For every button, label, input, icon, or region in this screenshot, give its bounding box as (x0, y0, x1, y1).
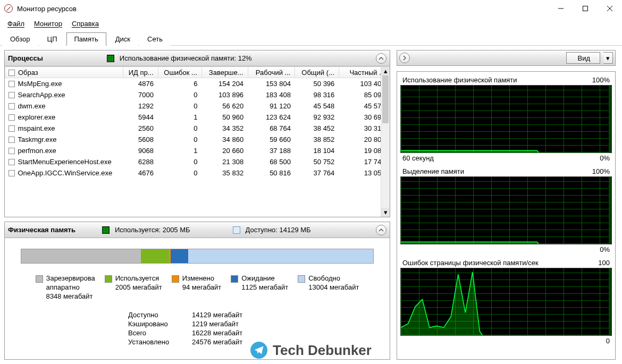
row-checkbox[interactable] (9, 114, 15, 121)
view-dropdown[interactable]: ▾ (603, 52, 613, 64)
scroll-down-icon[interactable]: ▾ (381, 208, 390, 217)
telegram-icon (250, 342, 267, 359)
legend-item: Изменено94 мегабайт (172, 274, 222, 301)
legend-item: Свободно13004 мегабайт (298, 274, 359, 301)
menu-monitor[interactable]: Монитор (30, 19, 66, 29)
chart-canvas (400, 176, 612, 244)
tab-overview[interactable]: Обзор (2, 32, 38, 46)
svg-marker-6 (401, 272, 609, 336)
process-name: perfmon.exe (18, 147, 56, 155)
table-row[interactable]: explorer.exe 5944150 960 123 62492 93230… (5, 112, 390, 123)
chart-title: Использование физической памяти (402, 76, 517, 84)
process-scrollbar[interactable]: ▴ ▾ (381, 66, 390, 217)
expand-charts-button[interactable] (399, 53, 410, 63)
row-checkbox[interactable] (9, 92, 15, 98)
row-checkbox[interactable] (9, 159, 15, 165)
memory-stats: Доступно14129 мегабайт Кэшировано1219 ме… (128, 311, 266, 346)
col-working[interactable]: Рабочий ... (248, 67, 295, 78)
chart-block: Ошибок страницы физической памяти/сек100… (400, 259, 612, 348)
chart-title: Ошибок страницы физической памяти/сек (402, 259, 539, 267)
tabbar: Обзор ЦП Память Диск Сеть (0, 30, 622, 46)
tab-disk[interactable]: Диск (107, 32, 138, 46)
physical-memory-panel: Физическая память Используется: 2005 МБ … (4, 222, 390, 360)
processes-usage-label: Использование физической памяти: 12% (120, 54, 252, 62)
used-label: Используется: 2005 МБ (115, 226, 190, 234)
col-commit[interactable]: Заверше... (201, 67, 248, 78)
row-checkbox[interactable] (9, 81, 15, 87)
table-row[interactable]: SearchApp.exe 70000103 896 183 40898 316… (5, 89, 390, 100)
process-name: StartMenuExperienceHost.exe (18, 158, 112, 166)
process-name: dwm.exe (18, 102, 46, 110)
chart-bottom-right: 0% (600, 246, 610, 253)
watermark: Tech Debunker (250, 342, 372, 359)
process-name: Taskmgr.exe (18, 136, 57, 143)
process-name: mspaint.exe (18, 124, 55, 132)
membar-segment (141, 249, 169, 263)
svg-rect-1 (583, 6, 588, 11)
row-checkbox[interactable] (9, 170, 15, 176)
window-title: Монитор ресурсов (17, 5, 549, 13)
process-table: Образ ИД пр... Ошибок ... Заверше... Раб… (5, 66, 390, 179)
tab-network[interactable]: Сеть (139, 32, 171, 46)
chart-canvas (400, 85, 612, 153)
table-row[interactable]: Taskmgr.exe 5608034 860 59 66038 85220 8… (5, 134, 390, 145)
table-row[interactable]: perfmon.exe 9068120 660 37 18818 10419 0… (5, 145, 390, 156)
memory-icon (102, 226, 110, 234)
col-image[interactable]: Образ (5, 67, 123, 78)
membar-segment (21, 249, 141, 263)
table-row[interactable]: MsMpEng.exe 48766154 204 153 80450 39610… (5, 78, 390, 90)
legend-swatch (298, 275, 305, 283)
legend-swatch (172, 275, 179, 283)
scroll-thumb[interactable] (382, 75, 389, 123)
charts-header: Вид ▾ (397, 50, 616, 66)
app-icon (4, 4, 13, 13)
menu-file[interactable]: Файл (3, 19, 29, 29)
tab-cpu[interactable]: ЦП (39, 32, 65, 46)
legend-swatch (36, 275, 43, 283)
processes-title: Процессы (8, 54, 43, 62)
scroll-up-icon[interactable]: ▴ (381, 66, 390, 75)
process-name: SearchApp.exe (18, 91, 65, 99)
row-checkbox[interactable] (9, 103, 15, 109)
chart-canvas (400, 268, 612, 336)
select-all-checkbox[interactable] (9, 70, 15, 76)
memory-legend: Зарезервировааппаратно8348 мегабайтИспол… (21, 274, 374, 301)
row-checkbox[interactable] (9, 137, 15, 143)
memory-free-icon (233, 226, 240, 234)
chart-block: Выделение памяти100% 0% (400, 167, 612, 257)
chart-bottom-right: 0 (606, 337, 610, 345)
col-faults[interactable]: Ошибок ... (158, 67, 201, 78)
table-row[interactable]: mspaint.exe 2560034 352 68 76438 45230 3… (5, 123, 390, 134)
collapse-button[interactable] (376, 225, 386, 235)
process-name: OneApp.IGCC.WinService.exe (18, 169, 113, 177)
row-checkbox[interactable] (9, 125, 15, 132)
chart-title: Выделение памяти (402, 167, 464, 175)
table-row[interactable]: StartMenuExperienceHost.exe 6288021 308 … (5, 156, 390, 167)
row-checkbox[interactable] (9, 148, 15, 154)
table-row[interactable]: OneApp.IGCC.WinService.exe 4676035 832 5… (5, 167, 390, 179)
col-shared[interactable]: Общий (... (295, 67, 339, 78)
menu-help[interactable]: Справка (68, 19, 103, 29)
minimize-button[interactable] (549, 0, 573, 17)
titlebar: Монитор ресурсов (0, 0, 622, 17)
chart-max: 100% (592, 76, 610, 84)
avail-label: Доступно: 14129 МБ (246, 226, 311, 234)
chart-bottom-left: 60 секунд (402, 154, 434, 162)
col-pid[interactable]: ИД пр... (123, 67, 158, 78)
membar-segment (188, 249, 373, 263)
tab-memory[interactable]: Память (66, 32, 106, 46)
maximize-button[interactable] (573, 0, 598, 17)
chart-block: Использование физической памяти100% 60 с… (400, 76, 612, 165)
view-button[interactable]: Вид (566, 52, 600, 64)
chart-max: 100 (598, 259, 610, 267)
process-name: MsMpEng.exe (18, 80, 62, 88)
memory-bar (21, 249, 374, 264)
collapse-button[interactable] (376, 53, 386, 64)
chart-bottom-right: 0% (600, 154, 610, 162)
legend-item: Используется2005 мегабайт (105, 274, 162, 301)
physical-title: Физическая память (8, 226, 75, 234)
membar-segment (171, 249, 188, 263)
table-row[interactable]: dwm.exe 1292056 620 91 12045 54845 572 (5, 100, 390, 112)
close-button[interactable] (598, 0, 622, 17)
legend-item: Ожидание1125 мегабайт (231, 274, 288, 301)
